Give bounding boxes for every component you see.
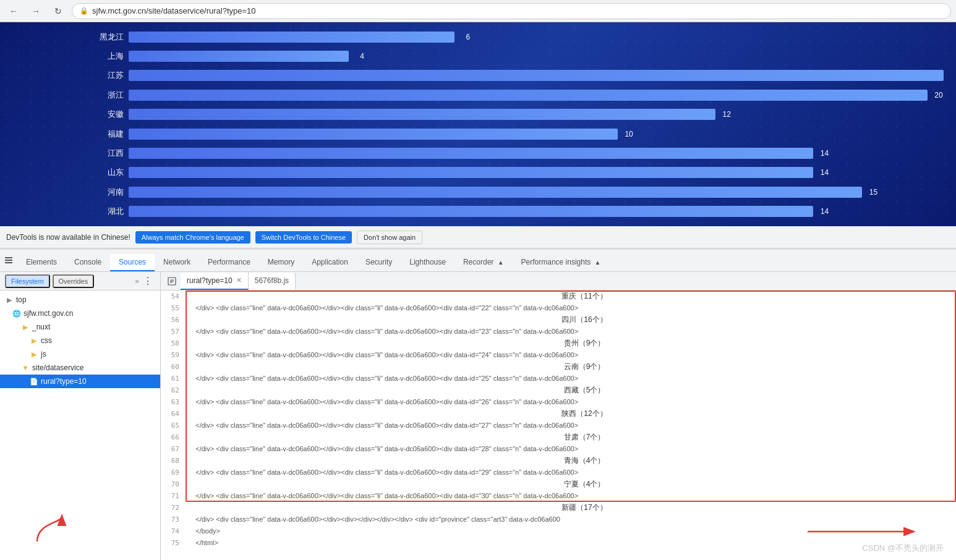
tab-elements[interactable]: Elements xyxy=(17,254,66,271)
folder-icon-js: ▶ xyxy=(30,350,38,358)
tab-recorder[interactable]: Recorder ▲ xyxy=(455,254,513,271)
lock-icon: 🔒 xyxy=(80,7,88,15)
tree-item-top[interactable]: ▶ top xyxy=(0,293,160,307)
chart-label: 上海 xyxy=(99,51,124,62)
code-editor[interactable]: 54 重庆（11个）55 </div> <div class="line" da… xyxy=(161,291,956,560)
code-tab-js[interactable]: 5676f8b.js xyxy=(249,273,296,290)
panel-toggle[interactable] xyxy=(0,249,17,271)
chart-bar-value: 4 xyxy=(360,52,364,61)
always-match-button[interactable]: Always match Chrome's language xyxy=(135,231,250,244)
chart-bar: 4 xyxy=(129,51,349,62)
line-content: 重庆（11个） xyxy=(186,291,956,302)
globe-icon: 🌐 xyxy=(12,310,21,318)
devtools-tabs-bar: Elements Console Sources Network Perform… xyxy=(0,250,956,272)
tree-item-domain[interactable]: 🌐 sjfw.mct.gov.cn xyxy=(0,307,160,320)
chart-bar-wrap: 15 xyxy=(129,187,944,198)
line-number: 54 xyxy=(161,291,186,302)
tab-memory[interactable]: Memory xyxy=(259,254,303,271)
sidebar-more-icon: » xyxy=(135,277,139,286)
tree-item-rural[interactable]: 📄 rural?type=10 xyxy=(0,375,160,388)
red-arrow-sidebar xyxy=(31,511,68,549)
overrides-tab[interactable]: Overrides xyxy=(53,274,95,288)
tree-label-site: site/dataservice xyxy=(32,363,83,372)
line-number: 73 xyxy=(161,514,186,525)
dont-show-again-button[interactable]: Don't show again xyxy=(357,231,422,244)
chart-bar-wrap: 12 xyxy=(129,109,944,120)
tab-performance-insights[interactable]: Performance insights ▲ xyxy=(513,254,610,271)
line-number: 59 xyxy=(161,349,186,361)
line-content: </div> <div class="line" data-v-dc06a600… xyxy=(186,326,956,337)
tree-item-nuxt[interactable]: ▶ _nuxt xyxy=(0,320,160,334)
line-number: 65 xyxy=(161,420,186,431)
editor-icon xyxy=(163,277,181,286)
code-tabs: rural?type=10 ✕ 5676f8b.js xyxy=(161,272,956,291)
chart-row: 黑龙江6 xyxy=(99,30,944,44)
line-number: 69 xyxy=(161,467,186,478)
line-number: 71 xyxy=(161,490,186,502)
tab-application[interactable]: Application xyxy=(303,254,357,271)
chart-bar-wrap: 4 xyxy=(129,51,944,62)
code-line: 59 </div> <div class="line" data-v-dc06a… xyxy=(161,349,956,361)
line-content: </div> <div class="line" data-v-dc06a600… xyxy=(186,349,956,360)
address-bar[interactable]: 🔒 sjfw.mct.gov.cn/site/dataservice/rural… xyxy=(72,3,951,19)
tab-console[interactable]: Console xyxy=(66,254,110,271)
chart-bar-value: 14 xyxy=(821,207,829,216)
chart-label: 浙江 xyxy=(99,90,124,101)
tree-item-site[interactable]: ▼ site/dataservice xyxy=(0,361,160,375)
line-number: 63 xyxy=(161,396,186,408)
tab-security[interactable]: Security xyxy=(357,254,401,271)
code-line: 55 </div> <div class="line" data-v-dc06a… xyxy=(161,302,956,314)
chart-row: 河南15 xyxy=(99,185,944,199)
line-content: 青海（4个） xyxy=(186,455,956,466)
code-line: 65 </div> <div class="line" data-v-dc06a… xyxy=(161,420,956,431)
chart-bar-wrap: 6 xyxy=(129,32,944,43)
back-button[interactable]: ← xyxy=(5,2,22,20)
line-number: 60 xyxy=(161,361,186,373)
tab-performance[interactable]: Performance xyxy=(199,254,259,271)
devtools-panel: Elements Console Sources Network Perform… xyxy=(0,248,956,560)
folder-icon-nuxt: ▶ xyxy=(21,323,30,331)
code-tab-rural-label: rural?type=10 xyxy=(187,276,233,285)
chart-bar: 14 xyxy=(129,206,813,217)
chart-row: 上海4 xyxy=(99,49,944,63)
chart-label: 安徽 xyxy=(99,109,124,120)
chart-bar-value: 6 xyxy=(466,33,471,41)
tab-network[interactable]: Network xyxy=(155,254,199,271)
sidebar-menu-button[interactable]: ⋮ xyxy=(140,274,155,288)
chart-label: 湖北 xyxy=(99,206,124,217)
chart-label: 黑龙江 xyxy=(99,32,124,43)
forward-button[interactable]: → xyxy=(27,2,45,20)
line-number: 67 xyxy=(161,443,186,455)
line-number: 56 xyxy=(161,314,186,326)
chart-row: 山东14 xyxy=(99,166,944,179)
tree-item-js[interactable]: ▶ js xyxy=(0,347,160,361)
tab-sources[interactable]: Sources xyxy=(110,254,155,271)
reload-button[interactable]: ↻ xyxy=(49,2,67,20)
tree-label-domain: sjfw.mct.gov.cn xyxy=(23,309,73,318)
chart-label: 江西 xyxy=(99,148,124,159)
code-line: 64 陕西（12个） xyxy=(161,408,956,420)
file-tree: ▶ top 🌐 sjfw.mct.gov.cn ▶ _nuxt ▶ css xyxy=(0,291,160,560)
switch-devtools-button[interactable]: Switch DevTools to Chinese xyxy=(255,231,352,244)
chart-bar-wrap xyxy=(129,70,944,81)
tab-lighthouse[interactable]: Lighthouse xyxy=(401,254,455,271)
line-number: 66 xyxy=(161,431,186,443)
chart-label: 河南 xyxy=(99,187,124,198)
filesystem-tab[interactable]: Filesystem xyxy=(5,274,50,288)
chart-label: 江苏 xyxy=(99,70,124,81)
chart-bar-value: 20 xyxy=(934,91,942,100)
line-content: 新疆（17个） xyxy=(186,502,956,513)
chart-bar-value: 10 xyxy=(625,130,633,138)
code-tab-rural-close[interactable]: ✕ xyxy=(236,276,242,284)
chart-bar xyxy=(129,70,944,81)
line-number: 61 xyxy=(161,373,186,384)
tree-item-css[interactable]: ▶ css xyxy=(0,334,160,347)
tree-label-rural: rural?type=10 xyxy=(41,377,87,386)
chart-label: 山东 xyxy=(99,167,124,178)
code-line: 57 </div> <div class="line" data-v-dc06a… xyxy=(161,326,956,337)
chart-bar-wrap: 10 xyxy=(129,129,944,140)
chart-bar-value: 14 xyxy=(821,149,829,158)
code-panel: rural?type=10 ✕ 5676f8b.js 54 重庆（11个）55 … xyxy=(161,272,956,560)
line-content: 陕西（12个） xyxy=(186,408,956,419)
code-tab-rural[interactable]: rural?type=10 ✕ xyxy=(181,273,249,290)
